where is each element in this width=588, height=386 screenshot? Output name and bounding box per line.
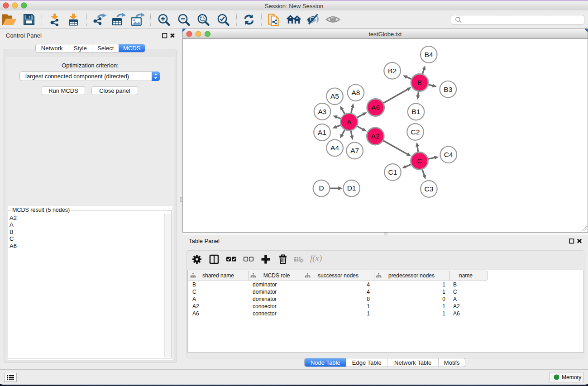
svg-text:A5: A5 <box>330 92 339 100</box>
svg-text:C4: C4 <box>444 151 453 158</box>
svg-text:C3: C3 <box>424 185 433 193</box>
svg-text:C: C <box>417 157 422 165</box>
svg-text:A8: A8 <box>351 89 360 96</box>
svg-text:C1: C1 <box>388 168 397 176</box>
svg-text:D: D <box>319 184 324 192</box>
svg-text:A2: A2 <box>371 132 380 140</box>
svg-text:A3: A3 <box>318 108 327 115</box>
svg-text:A: A <box>347 118 352 126</box>
svg-text:B2: B2 <box>388 67 397 75</box>
svg-text:A6: A6 <box>371 104 380 111</box>
svg-text:D1: D1 <box>347 184 356 192</box>
svg-text:A4: A4 <box>330 144 339 152</box>
svg-text:A1: A1 <box>318 129 326 136</box>
svg-text:B4: B4 <box>425 51 433 58</box>
svg-text:B3: B3 <box>444 86 452 93</box>
svg-text:A7: A7 <box>350 147 359 154</box>
svg-text:C2: C2 <box>411 128 420 136</box>
svg-text:B: B <box>417 79 422 86</box>
svg-text:B1: B1 <box>412 108 421 115</box>
